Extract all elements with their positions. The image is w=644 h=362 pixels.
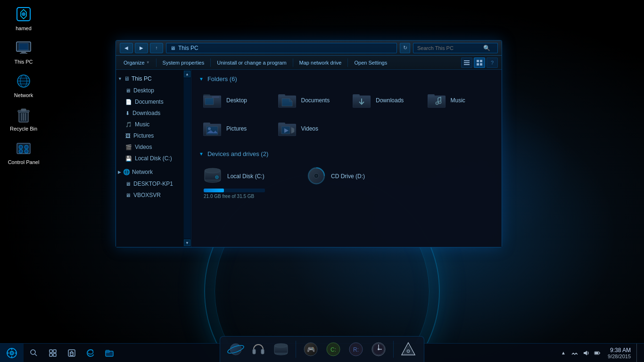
tray-network-icon[interactable] <box>570 344 579 362</box>
toolbar-separator-4 <box>347 58 348 67</box>
desktop-icon-this-pc[interactable]: This PC <box>5 38 42 65</box>
dock-drive-icon[interactable] <box>271 339 291 359</box>
folders-section-header[interactable]: ▼ Folders (6) <box>199 75 494 82</box>
store-button[interactable] <box>62 344 81 362</box>
show-desktop-button[interactable] <box>636 344 640 362</box>
dock-media-icon[interactable]: 🎮 <box>301 339 321 359</box>
folder-videos[interactable]: Videos <box>274 116 345 141</box>
taskbar-search[interactable] <box>25 346 43 361</box>
svg-point-22 <box>25 145 28 149</box>
sidebar-this-pc[interactable]: ▼ 🖥 This PC <box>116 73 183 85</box>
tray-battery-icon[interactable] <box>593 344 602 362</box>
svg-point-63 <box>10 351 14 355</box>
svg-rect-16 <box>21 109 26 111</box>
sidebar-vboxsvr-label: VBOXSVR <box>133 192 161 198</box>
system-clock[interactable]: 9:38 AM 9/28/2015 <box>604 347 635 359</box>
svg-point-92 <box>378 348 380 350</box>
sidebar-item-pictures[interactable]: 🖼 Pictures <box>116 130 183 141</box>
folder-documents[interactable]: Documents <box>274 88 345 113</box>
folder-desktop[interactable]: Desktop <box>199 88 270 113</box>
drive-d-header: CD Drive (D:) <box>307 167 392 186</box>
search-input[interactable] <box>417 45 483 51</box>
view-btn-tiles[interactable] <box>474 58 485 68</box>
sidebar-item-videos[interactable]: 🎬 Videos <box>116 141 183 153</box>
dock-planet-icon[interactable] <box>226 339 246 359</box>
drive-c-name: Local Disk (C:) <box>227 173 264 180</box>
nav-buttons: ◀ ▶ ↑ <box>120 43 163 53</box>
task-view-button[interactable] <box>43 344 62 362</box>
uninstall-button[interactable]: Uninstall or change a program <box>213 58 290 68</box>
up-button[interactable]: ↑ <box>150 43 163 53</box>
system-properties-button[interactable]: System properties <box>159 58 208 68</box>
drive-c-icon <box>204 167 223 186</box>
refresh-button[interactable]: ↻ <box>400 43 410 53</box>
desktop-icon-hamed[interactable]: hamed <box>5 5 42 31</box>
taskbar: 🎮 C: R: <box>0 343 644 362</box>
svg-point-21 <box>19 145 23 149</box>
start-button[interactable] <box>0 344 24 362</box>
dock-headphones-icon[interactable] <box>248 339 268 359</box>
sidebar-item-documents[interactable]: 📄 Documents <box>116 96 183 107</box>
drives-row: Local Disk (C:) 21.0 GB free of 31.5 GB <box>199 163 494 203</box>
sidebar-item-downloads[interactable]: ⬇ Downloads <box>116 107 183 119</box>
address-bar[interactable]: 🖥 This PC <box>166 43 397 53</box>
svg-text:C:: C: <box>330 346 336 353</box>
svg-rect-26 <box>464 62 470 63</box>
drives-section-header[interactable]: ▼ Devices and drives (2) <box>199 150 494 157</box>
sidebar-scroll-up[interactable]: ▲ <box>184 71 190 77</box>
open-settings-button[interactable]: Open Settings <box>350 58 391 68</box>
sidebar-item-vboxsvr[interactable]: 🖥 VBOXSVR <box>116 189 183 201</box>
desktop-icon-control-panel[interactable]: Control Panel <box>5 139 42 165</box>
sidebar-item-music[interactable]: 🎵 Music <box>116 119 183 130</box>
svg-point-64 <box>31 350 35 354</box>
dock-clock-icon[interactable] <box>369 339 388 359</box>
svg-point-24 <box>25 149 28 153</box>
videos-folder-icon <box>278 119 297 138</box>
drive-cd-d[interactable]: CD Drive (D:) <box>303 163 397 203</box>
sidebar-downloads-label: Downloads <box>132 110 160 116</box>
folder-downloads[interactable]: Downloads <box>348 88 420 113</box>
tray-volume-icon[interactable] <box>581 344 591 362</box>
svg-rect-97 <box>595 352 598 354</box>
folder-music[interactable]: Music <box>423 88 495 113</box>
sidebar-scroll-down[interactable]: ▼ <box>184 239 190 246</box>
view-btn-list[interactable] <box>461 58 472 68</box>
toolbar-separator-1 <box>156 58 157 67</box>
desktop-icon-network[interactable]: Network <box>5 72 42 98</box>
sidebar-item-desktop[interactable]: 🖥 Desktop <box>116 85 183 96</box>
back-button[interactable]: ◀ <box>120 43 133 53</box>
edge-button[interactable] <box>81 344 100 362</box>
sidebar-network[interactable]: ▶ 🌐 Network <box>116 166 183 178</box>
pictures-folder-icon <box>203 119 222 138</box>
svg-point-57 <box>216 177 217 178</box>
sidebar-item-desktop-kp[interactable]: 🖥 DESKTOP-KP1 <box>116 178 183 189</box>
drive-local-disk-c[interactable]: Local Disk (C:) 21.0 GB free of 31.5 GB <box>199 163 293 203</box>
sidebar-videos-icon: 🎬 <box>125 144 132 150</box>
sidebar-desktop-label: Desktop <box>133 87 154 94</box>
dock-user-c-icon[interactable]: C: <box>323 339 343 359</box>
svg-rect-77 <box>253 349 256 354</box>
dock-alienware-icon[interactable] <box>398 339 418 359</box>
folder-pictures[interactable]: Pictures <box>199 116 270 141</box>
dock-user-r-icon[interactable]: R: <box>346 339 366 359</box>
svg-rect-50 <box>278 123 285 125</box>
file-explorer-taskbar-button[interactable] <box>100 344 119 362</box>
recycle-bin-label: Recycle Bin <box>10 126 37 132</box>
map-drive-button[interactable]: Map network drive <box>296 58 346 68</box>
help-button[interactable]: ? <box>487 58 498 68</box>
forward-button[interactable]: ▶ <box>135 43 148 53</box>
drive-d-name: CD Drive (D:) <box>331 173 365 180</box>
svg-rect-27 <box>464 64 470 65</box>
desktop-icon-recycle-bin[interactable]: Recycle Bin <box>5 105 42 132</box>
sidebar-item-local-disk[interactable]: 💾 Local Disk (C:) <box>116 153 183 164</box>
title-bar: ◀ ▶ ↑ 🖥 This PC ↻ 🔍 <box>116 41 502 56</box>
tray-hidden-icons[interactable]: ▲ <box>559 344 568 362</box>
folders-header-text: Folders (6) <box>207 75 237 82</box>
dock-separator-2 <box>393 341 394 358</box>
organize-dropdown-arrow: ▼ <box>146 60 150 65</box>
svg-rect-5 <box>21 51 26 53</box>
search-bar[interactable]: 🔍 <box>413 43 498 53</box>
svg-rect-47 <box>206 126 218 135</box>
organize-button[interactable]: Organize ▼ <box>120 58 154 68</box>
svg-rect-98 <box>599 353 600 354</box>
